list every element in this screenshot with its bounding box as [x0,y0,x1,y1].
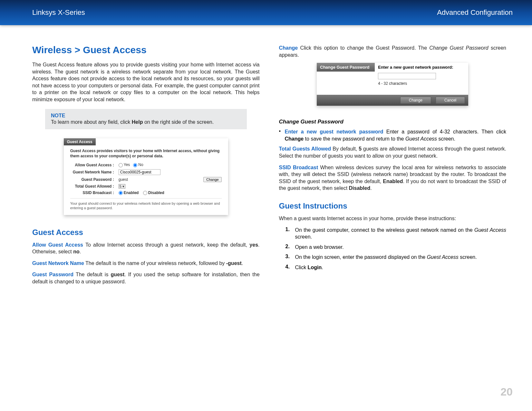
step-4: 4. Click Login. [279,264,507,271]
section-guest-instructions: Guest Instructions [279,201,507,210]
text-change-1: Click this option to change the Guest Pa… [298,45,429,51]
step-3-t2: screen. [459,254,477,260]
note-text-pre: To learn more about any field, click [51,119,132,125]
input-network-name[interactable] [119,169,160,175]
bold-allow-yes: yes [249,242,258,248]
bullet-bold-change: Change [285,136,304,142]
step-2: 2. Open a web browser. [279,244,507,251]
value-allow-access: Yes No [119,162,143,167]
bold-ssid-enabled: Enabled [383,179,403,184]
bullet-marker: • [279,128,285,142]
step-4-t1: Click [295,265,308,270]
row-allow-access: Allow Guest Access : Yes No [70,162,222,167]
step-3-num: 3. [285,254,295,261]
step-1-italic: Guest Access [474,227,506,233]
para-allow-access: Allow Guest Access To allow Internet acc… [32,241,260,255]
page-title: Wireless > Guest Access [32,44,260,55]
label-network-name: Guest Network Name : [70,170,119,174]
radio-ssid-disabled[interactable] [143,191,147,195]
dialog: Change Guest Password Enter a new guest … [317,63,468,106]
step-4-num: 4. [285,264,295,271]
text-allow-1: To allow Internet access through a guest… [83,242,249,248]
subhead-change-password: Change Guest Password [279,119,507,125]
dialog-char-limit: 4 - 32 characters [378,81,465,86]
row-network-name: Guest Network Name : [70,169,222,175]
right-column: Change Click this option to change the G… [279,44,507,290]
dialog-password-input[interactable] [378,73,436,79]
figure-footnote: Your guest should connect to your wirele… [70,198,222,210]
term-enter-password: Enter a new guest network password [285,129,383,134]
text-pwd-1: The default is [73,272,111,277]
dialog-prompt: Enter a new guest network password: [375,63,468,72]
radio-allow-no-label: No [138,162,143,167]
bold-ssid-disabled: Disabled [349,185,371,191]
note-title: NOTE [51,113,241,119]
label-guest-password: Guest Password : [70,177,119,182]
radio-ssid-enabled-label: Enabled [124,191,139,195]
term-guest-password: Guest Password [32,272,73,277]
bold-guest-suffix: -guest [226,260,242,266]
radio-ssid-enabled[interactable] [119,191,123,195]
radio-allow-yes-label: Yes [124,162,130,167]
term-network-name: Guest Network Name [32,260,84,266]
label-total-allowed: Total Guest Allowed : [70,184,119,189]
step-3-italic: Guest Access [427,254,459,260]
radio-ssid-disabled-label: Disabled [148,191,164,195]
term-total-guests: Total Guests Allowed [279,146,331,152]
page-number: 20 [500,386,513,398]
figure-tab-label: Guest Access [64,138,96,145]
para-network-name: Guest Network Name The default is the na… [32,260,260,267]
para-ssid-broadcast: SSID Broadcast When wireless devices sur… [279,164,507,192]
step-4-t2: . [322,265,323,270]
dialog-buttons: Change Cancel [317,95,468,106]
label-ssid-broadcast: SSID Broadcast : [70,191,119,195]
page-body: Wireless > Guest Access The Guest Access… [0,25,532,290]
step-3-text: On the login screen, enter the password … [295,254,507,261]
change-password-button[interactable]: Change [203,177,222,182]
step-1-t1: On the guest computer, connect to the wi… [295,227,474,233]
text-total-1: By default, [331,146,359,152]
header-brand: Linksys X-Series [32,8,85,17]
row-guest-password: Guest Password : guest Change [70,177,222,182]
dialog-header: Change Guest Password Enter a new guest … [317,63,468,72]
step-2-text: Open a web browser. [295,244,507,251]
step-2-num: 2. [285,244,295,251]
text-name-2: . [242,260,243,266]
step-3: 3. On the login screen, enter the passwo… [279,254,507,261]
para-total-guests: Total Guests Allowed By default, 5 guest… [279,145,507,159]
figure-body: Guest Access provides visitors to your h… [64,145,228,215]
para-change: Change Click this option to change the G… [279,44,507,58]
note-text-post: on the right side of the screen. [143,119,214,125]
value-ssid-broadcast: Enabled Disabled [119,191,164,195]
row-ssid-broadcast: SSID Broadcast : Enabled Disabled [70,191,222,195]
text-ssid-3: . [370,185,372,191]
change-password-dialog: Change Guest Password Enter a new guest … [317,63,468,106]
guest-access-screenshot: Guest Access Guest Access provides visit… [64,138,228,215]
select-total-value: 5 [120,184,121,188]
note-text-bold: Help [132,119,143,125]
bold-allow-no: no [73,249,80,254]
text-name-1: The default is the name of your wireless… [84,260,226,266]
bullet-t3: screen. [437,136,455,142]
note-text: To learn more about any field, click Hel… [51,119,241,126]
step-1-t2: screen. [295,234,312,240]
dialog-change-button[interactable]: Change [400,97,431,104]
step-4-text: Click Login. [295,264,507,271]
select-total-allowed[interactable]: 5 ▾ [119,184,125,189]
term-ssid-broadcast: SSID Broadcast [279,165,318,170]
bullet-text: Enter a new guest network password Enter… [285,128,507,142]
instructions-intro: When a guest wants Internet access in yo… [279,215,507,222]
step-3-t1: On the login screen, enter the password … [295,254,427,260]
radio-allow-yes[interactable] [119,163,123,167]
section-guest-access: Guest Access [32,228,260,237]
header-section: Advanced Configuration [437,8,513,17]
radio-allow-no[interactable] [133,163,137,167]
dialog-cancel-button[interactable]: Cancel [436,97,465,104]
bold-pwd-guest: guest [111,272,125,277]
dialog-body: 4 - 32 characters [317,72,468,95]
step-1-num: 1. [285,227,295,240]
row-total-allowed: Total Guest Allowed : 5 ▾ [70,184,222,189]
note-box: NOTE To learn more about any field, clic… [45,109,247,130]
italic-change-dialog: Change Guest Password [429,45,488,51]
step-1: 1. On the guest computer, connect to the… [279,227,507,240]
